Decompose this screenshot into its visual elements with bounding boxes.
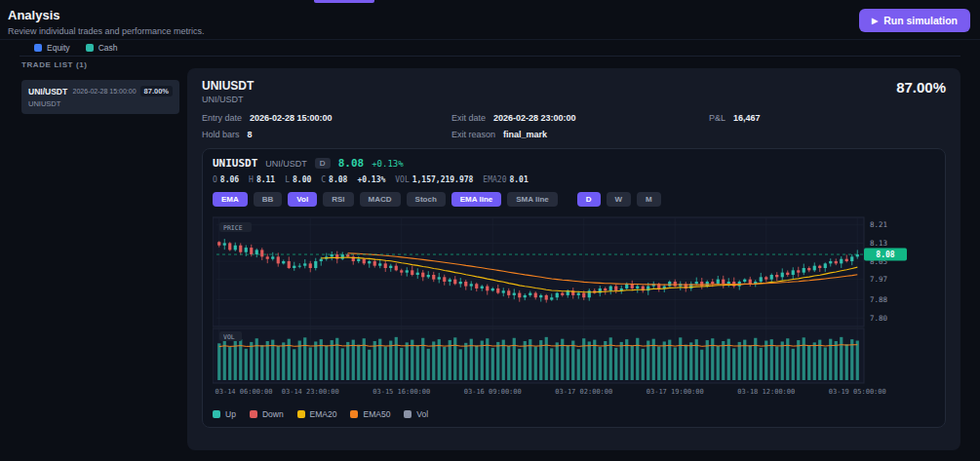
chart-last-price: 8.08 bbox=[338, 157, 365, 170]
detail-field-value: 2026-02-28 23:00:00 bbox=[493, 113, 576, 123]
trade-list: UNI/USDT2026-02-28 15:00:0087.00%UNIUSDT bbox=[21, 80, 179, 114]
x-axis-label: 03-19 05:00:00 bbox=[829, 388, 886, 396]
ohlc-token: +0.13% bbox=[357, 175, 385, 184]
detail-field: Entry date2026-02-28 15:00:00 bbox=[202, 113, 451, 123]
page-title: Analysis bbox=[8, 8, 59, 22]
chart-pair: UNI/USDT bbox=[265, 159, 307, 169]
chart-symbol: UNIUSDT bbox=[213, 157, 257, 170]
ohlc-token: VOL1,157,219.978 bbox=[395, 175, 473, 184]
legend-swatch-icon bbox=[404, 410, 412, 418]
indicator-button-ema[interactable]: EMA bbox=[213, 192, 248, 207]
ohlc-token-value: 8.00 bbox=[293, 175, 311, 184]
play-icon: ▶ bbox=[872, 17, 878, 25]
ohlc-token-value: 8.11 bbox=[256, 175, 275, 184]
chart-legend-item-down: Down bbox=[250, 409, 284, 419]
ohlc-token-key: C bbox=[321, 175, 326, 184]
legend-label: Equity bbox=[47, 43, 70, 53]
ohlc-token-key: L bbox=[285, 175, 290, 184]
trade-item-row: UNI/USDT2026-02-28 15:00:0087.00% bbox=[28, 86, 173, 96]
trade-detail-panel: UNIUSDT UNI/USDT 87.00% Entry date2026-0… bbox=[187, 68, 960, 450]
chart-legend-item-ema50: EMA50 bbox=[350, 409, 390, 419]
ohlc-token: H8.11 bbox=[249, 175, 275, 184]
detail-field-value: 8 bbox=[248, 130, 253, 139]
y-axis-label: 7.97 bbox=[870, 275, 887, 284]
current-price-tag-label: 8.08 bbox=[876, 250, 894, 259]
page-subtitle: Review individual trades and performance… bbox=[8, 26, 205, 36]
legend-label: Cash bbox=[98, 43, 118, 53]
chart-legend-item-up: Up bbox=[213, 409, 236, 419]
ohlc-token: C8.08 bbox=[321, 175, 347, 184]
legend-divider bbox=[20, 56, 960, 57]
timeframe-button-m[interactable]: M bbox=[637, 192, 661, 207]
active-tab-indicator bbox=[314, 0, 374, 3]
detail-field-label: Exit date bbox=[451, 113, 486, 123]
legend-label: Vol bbox=[416, 409, 428, 419]
y-axis-label: 8.21 bbox=[870, 220, 887, 229]
candlestick-chart[interactable]: 8.218.138.057.977.887.808.08PRICEVOL03-1… bbox=[213, 214, 939, 402]
ohlc-token: O8.06 bbox=[213, 175, 239, 184]
ohlc-token: EMA208.01 bbox=[483, 175, 528, 184]
indicator-button-rsi[interactable]: RSI bbox=[323, 192, 353, 207]
chart-area-wrap: 8.218.138.057.977.887.808.08PRICEVOL03-1… bbox=[213, 214, 935, 405]
legend-swatch-icon bbox=[250, 410, 257, 418]
legend-swatch-icon bbox=[86, 44, 94, 52]
x-axis-label: 03-17 02:00:00 bbox=[555, 388, 612, 396]
indicator-button-ema-line[interactable]: EMA line bbox=[451, 192, 501, 207]
y-axis-label: 7.80 bbox=[870, 314, 888, 323]
run-simulation-button[interactable]: ▶ Run simulation bbox=[859, 9, 970, 32]
detail-field-label: Hold bars bbox=[202, 130, 240, 139]
ohlc-token-value: 8.01 bbox=[509, 175, 528, 184]
trade-detail-title: UNIUSDT bbox=[202, 79, 254, 93]
timeframe-button-w[interactable]: W bbox=[607, 192, 632, 207]
trade-item-symbol: UNI/USDT bbox=[28, 87, 67, 96]
ohlc-token-key: O bbox=[213, 175, 217, 184]
detail-field-label: Exit reason bbox=[451, 130, 495, 139]
y-axis-label: 8.13 bbox=[870, 239, 887, 248]
legend-swatch-icon bbox=[34, 44, 42, 52]
ohlc-token: L8.00 bbox=[285, 175, 311, 184]
ohlc-token-value: 8.08 bbox=[329, 175, 347, 184]
detail-field-value: 2026-02-28 15:00:00 bbox=[250, 113, 333, 123]
chart-legend: UpDownEMA20EMA50Vol bbox=[213, 409, 935, 419]
y-axis-label: 7.88 bbox=[870, 295, 888, 304]
ohlc-token-value: 1,157,219.978 bbox=[412, 175, 474, 184]
y-axis-labels: 8.218.138.057.977.887.80 bbox=[870, 220, 888, 322]
detail-field-value: 16,467 bbox=[733, 113, 761, 123]
run-simulation-label: Run simulation bbox=[883, 15, 958, 26]
detail-field-value: final_mark bbox=[503, 130, 547, 139]
indicator-button-bb[interactable]: BB bbox=[254, 192, 283, 207]
indicator-button-vol[interactable]: Vol bbox=[288, 192, 317, 207]
x-axis-label: 03-14 23:00:00 bbox=[282, 388, 339, 396]
price-pane-label: PRICE bbox=[223, 224, 243, 232]
x-axis-label: 03-14 06:00:00 bbox=[215, 388, 272, 396]
app-window: Analysis Review individual trades and pe… bbox=[0, 0, 980, 461]
timeframe-button-d[interactable]: D bbox=[577, 192, 601, 207]
header-divider bbox=[0, 39, 980, 40]
x-axis-label: 03-15 16:00:00 bbox=[372, 388, 430, 396]
trade-return-pct: 87.00% bbox=[896, 79, 946, 96]
chart-change-pct: +0.13% bbox=[372, 159, 404, 169]
detail-field: Hold bars8 bbox=[202, 130, 451, 139]
trade-detail-titles: UNIUSDT UNI/USDT bbox=[202, 79, 254, 104]
trade-list-item[interactable]: UNI/USDT2026-02-28 15:00:0087.00%UNIUSDT bbox=[21, 80, 179, 114]
chart-header: UNIUSDT UNI/USDT D 8.08 +0.13% bbox=[213, 157, 935, 170]
equity-legend-item-equity: Equity bbox=[34, 43, 70, 53]
indicator-button-sma-line[interactable]: SMA line bbox=[507, 192, 557, 207]
ohlc-token-value: +0.13% bbox=[357, 175, 385, 184]
legend-label: Down bbox=[262, 409, 284, 419]
trade-detail-header: UNIUSDT UNI/USDT 87.00% bbox=[202, 79, 946, 104]
x-axis-label: 03-17 19:00:00 bbox=[647, 388, 704, 396]
trade-item-datetime: 2026-02-28 15:00:00 bbox=[73, 88, 137, 95]
ohlc-readout: O8.06H8.11L8.00C8.08+0.13%VOL1,157,219.9… bbox=[213, 175, 935, 184]
detail-field-label: P&L bbox=[709, 113, 725, 123]
x-axis-label: 03-18 12:00:00 bbox=[737, 388, 795, 396]
trade-list-header: TRADE LIST (1) bbox=[21, 60, 88, 69]
legend-swatch-icon bbox=[350, 410, 358, 418]
indicator-button-stoch[interactable]: Stoch bbox=[407, 192, 446, 207]
legend-label: Up bbox=[225, 409, 236, 419]
equity-legend-item-cash: Cash bbox=[86, 43, 118, 53]
trade-item-code: UNIUSDT bbox=[28, 99, 173, 108]
detail-field: Exit reasonfinal_mark bbox=[451, 130, 709, 139]
timeframe-badge: D bbox=[315, 158, 331, 169]
indicator-button-macd[interactable]: MACD bbox=[360, 192, 401, 207]
